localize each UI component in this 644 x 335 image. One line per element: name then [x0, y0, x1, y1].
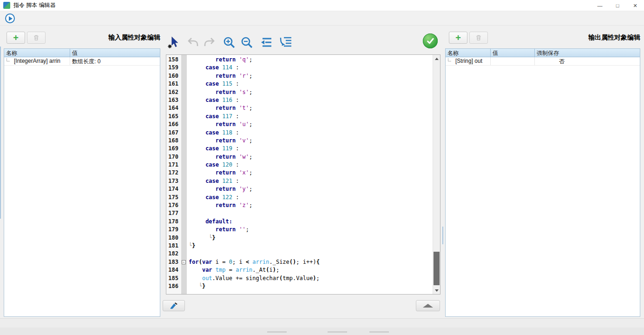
apply-script-button[interactable] [423, 34, 438, 48]
line-number: 182 [166, 250, 181, 258]
code-line[interactable]: 168 return 'v'; [166, 137, 433, 145]
table-row[interactable]: [String] out 否 [446, 57, 640, 66]
scrollbar-thumb[interactable] [434, 252, 440, 285]
minimize-button[interactable]: — [591, 0, 609, 11]
tree-branch-icon [448, 58, 451, 61]
fold-margin [181, 194, 187, 201]
output-add-button[interactable]: + [449, 32, 467, 44]
goto-line-button[interactable] [278, 34, 294, 50]
line-number: 165 [166, 113, 181, 121]
plus-icon: + [13, 34, 19, 42]
code-editor[interactable]: 158 return 'q';159 case 114 :160 return … [166, 54, 440, 295]
code-text: return 'u'; [187, 121, 252, 128]
code-line[interactable]: 184 var tmp = arrin._At(i); [166, 266, 433, 274]
table-row[interactable]: [IntegerArray] arrin 数组长度: 0 [4, 57, 160, 66]
code-line[interactable]: 172 return 'x'; [166, 169, 433, 177]
column-header-force-save[interactable]: 强制保存 [535, 49, 640, 57]
code-line[interactable]: 164 return 't'; [166, 104, 433, 112]
code-line[interactable]: 178 default: [166, 218, 433, 226]
line-number: 180 [166, 234, 181, 242]
fold-margin [181, 104, 187, 112]
fold-collapse-icon[interactable]: − [182, 260, 186, 264]
zoom-out-icon [240, 36, 253, 49]
input-panel-title: 输入属性对象编辑 [56, 34, 160, 42]
close-button[interactable]: ✕ [626, 0, 644, 11]
code-line[interactable]: 167 case 118 : [166, 129, 433, 137]
row-value-cell[interactable] [491, 57, 535, 65]
vertical-scrollbar[interactable] [433, 55, 440, 294]
collapse-panel-button[interactable] [416, 300, 440, 311]
fold-margin[interactable]: − [181, 258, 187, 266]
scrollbar-up-arrow[interactable] [433, 55, 440, 62]
right-splitter-handle[interactable] [442, 227, 443, 244]
code-line[interactable]: 181└} [166, 242, 433, 250]
column-header-name[interactable]: 名称 [446, 49, 491, 57]
row-force-save-cell[interactable]: 否 [535, 57, 640, 65]
column-header-value[interactable]: 值 [70, 49, 160, 57]
line-number: 171 [166, 161, 181, 169]
line-number: 179 [166, 226, 181, 234]
left-splitter-handle[interactable] [0, 47, 1, 219]
redo-button[interactable] [202, 34, 217, 50]
line-number: 160 [166, 72, 181, 80]
code-line[interactable]: 159 case 114 : [166, 64, 433, 72]
maximize-button[interactable]: □ [609, 0, 626, 11]
line-number: 183 [166, 258, 181, 266]
output-table-header: 名称 值 强制保存 [446, 49, 640, 57]
format-lines-button[interactable] [258, 34, 274, 50]
fold-margin [181, 153, 187, 161]
fold-margin [181, 201, 187, 209]
code-line[interactable]: 163 case 116 : [166, 96, 433, 104]
code-text: for(var i = 0; i < arrin._Size(); i++){ [187, 258, 320, 266]
line-number: 177 [166, 209, 181, 217]
output-delete-button[interactable] [469, 32, 488, 44]
code-line[interactable]: 173 case 121 : [166, 177, 433, 185]
code-line[interactable]: 185 out.Value += singlechar(tmp.Value); [166, 275, 433, 282]
debug-cursor-button[interactable] [165, 34, 181, 50]
code-line[interactable]: 183−for(var i = 0; i < arrin._Size(); i+… [166, 258, 433, 266]
code-line[interactable]: 179 return ''; [166, 226, 433, 234]
code-line[interactable]: 162 return 's'; [166, 88, 433, 96]
code-line[interactable]: 160 return 'r'; [166, 72, 433, 80]
line-number: 167 [166, 129, 181, 137]
scrollbar-down-arrow[interactable] [433, 287, 440, 294]
zoom-in-button[interactable] [221, 34, 237, 50]
code-line[interactable]: 186 └} [166, 282, 433, 290]
fold-margin [181, 56, 187, 64]
fold-margin [181, 169, 187, 177]
code-line[interactable]: 158 return 'q'; [166, 56, 433, 64]
code-line[interactable]: 166 return 'u'; [166, 121, 433, 128]
code-line[interactable]: 176 return 'z'; [166, 201, 433, 209]
line-number: 173 [166, 177, 181, 185]
code-text: out.Value += singlechar(tmp.Value); [187, 275, 320, 282]
fold-margin [181, 250, 187, 258]
code-line[interactable]: 182 [166, 250, 433, 258]
code-line[interactable]: 171 case 120 : [166, 161, 433, 169]
code-line[interactable]: 165 case 117 : [166, 113, 433, 121]
play-icon [9, 16, 13, 21]
zoom-in-icon [223, 36, 236, 49]
row-value-cell[interactable]: 数组长度: 0 [70, 57, 160, 65]
code-line[interactable]: 175 case 122 : [166, 194, 433, 201]
line-number: 168 [166, 137, 181, 145]
code-line[interactable]: 170 return 'w'; [166, 153, 433, 161]
code-line[interactable]: 174 return 'y'; [166, 185, 433, 193]
line-number: 181 [166, 242, 181, 250]
trash-icon [475, 34, 482, 41]
line-number: 176 [166, 201, 181, 209]
code-line[interactable]: 161 case 115 : [166, 80, 433, 88]
code-text: return 'w'; [187, 153, 252, 161]
column-header-name[interactable]: 名称 [4, 49, 70, 57]
line-number: 178 [166, 218, 181, 226]
code-line[interactable]: 169 case 119 : [166, 145, 433, 153]
run-script-button[interactable] [5, 13, 15, 23]
code-line[interactable]: 177 [166, 209, 433, 217]
undo-button[interactable] [185, 34, 201, 50]
zoom-out-button[interactable] [239, 34, 255, 50]
input-delete-button[interactable] [27, 32, 46, 44]
code-line[interactable]: 180 └} [166, 234, 433, 242]
clean-script-button[interactable] [163, 300, 185, 311]
code-text: └} [187, 242, 195, 250]
column-header-value[interactable]: 值 [491, 49, 535, 57]
input-add-button[interactable]: + [7, 32, 25, 44]
